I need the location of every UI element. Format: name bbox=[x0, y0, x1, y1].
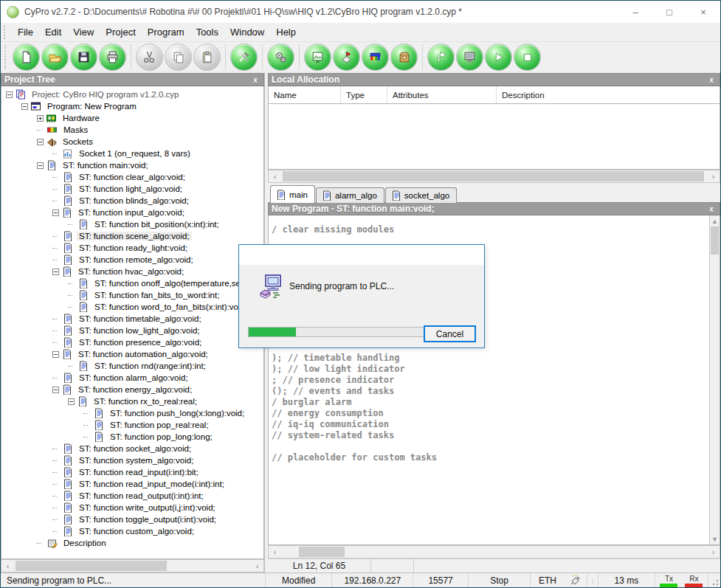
tree-node[interactable]: ST: function socket_algo:void; bbox=[1, 443, 263, 454]
tree-node[interactable]: ST: function word_to_fan_bits(x:int):voi… bbox=[1, 301, 263, 313]
tree-node[interactable]: Masks bbox=[1, 124, 263, 136]
menu-program[interactable]: Program bbox=[142, 24, 190, 40]
editor-close-icon[interactable]: x bbox=[706, 205, 717, 213]
start-button[interactable] bbox=[485, 44, 512, 71]
tree-node-label: ST: function main:void; bbox=[61, 161, 151, 170]
menu-window[interactable]: Window bbox=[224, 24, 270, 40]
tree-node[interactable]: ST: function rx_to_real:real; bbox=[1, 395, 263, 407]
editor-hscrollbar[interactable]: ‹ › bbox=[268, 545, 720, 558]
tree-hscrollbar[interactable]: ‹ › bbox=[1, 559, 264, 573]
menu-file[interactable]: File bbox=[12, 24, 39, 40]
scroll-right-icon[interactable]: › bbox=[707, 170, 720, 182]
collapse-icon[interactable] bbox=[68, 398, 75, 405]
scroll-left-icon[interactable]: ‹ bbox=[1, 560, 14, 572]
tree-node[interactable]: ST: function clear_algo:void; bbox=[1, 171, 263, 183]
tree-node[interactable]: ST: function pop_long:long; bbox=[1, 431, 263, 443]
tree-node[interactable]: Program: New Program bbox=[1, 100, 263, 112]
collapse-icon[interactable] bbox=[52, 210, 59, 216]
tools-button[interactable] bbox=[230, 44, 258, 71]
st-icon bbox=[61, 384, 72, 395]
tree-node[interactable]: ST: function fan_bits_to_word:int; bbox=[1, 289, 263, 301]
col-description[interactable]: Description bbox=[497, 86, 720, 103]
menu-project[interactable]: Project bbox=[100, 24, 141, 40]
collapse-icon[interactable] bbox=[37, 162, 44, 169]
local-allocation-close-icon[interactable]: x bbox=[706, 76, 717, 84]
tree-node[interactable]: Hardware bbox=[1, 112, 263, 124]
tree-node[interactable]: Description bbox=[1, 537, 263, 549]
scroll-down-icon[interactable]: ▼ bbox=[710, 533, 720, 544]
variables-button[interactable] bbox=[362, 44, 389, 71]
tree-node[interactable]: ST: function energy_algo:void; bbox=[1, 384, 263, 395]
scroll-left-icon[interactable]: ‹ bbox=[269, 170, 281, 182]
cancel-button[interactable]: Cancel bbox=[424, 325, 476, 342]
tree-node[interactable]: ST: function toggle_output(i:int):void; bbox=[1, 513, 263, 525]
menu-tools[interactable]: Tools bbox=[190, 24, 224, 40]
minimize-button[interactable]: – bbox=[618, 1, 652, 23]
menu-edit[interactable]: Edit bbox=[39, 24, 67, 40]
tree-node[interactable]: ST: function automation_algo:void; bbox=[1, 348, 263, 360]
allocation-hscrollbar[interactable]: ‹ › bbox=[268, 170, 720, 183]
col-type[interactable]: Type bbox=[341, 86, 387, 103]
tree-node[interactable]: ST: function blinds_algo:void; bbox=[1, 195, 263, 207]
scroll-up-icon[interactable]: ▲ bbox=[710, 215, 720, 226]
col-attributes[interactable]: Attributes bbox=[387, 86, 497, 103]
tree-node[interactable]: ST: function pop_real:real; bbox=[1, 419, 263, 431]
flag-button[interactable] bbox=[333, 44, 360, 71]
save-button[interactable] bbox=[70, 44, 97, 71]
tree-node[interactable]: ST: function system_algo:void; bbox=[1, 454, 263, 466]
tree-node[interactable]: Socket 1 (on_request, 8 vars) bbox=[1, 148, 263, 159]
editor-vscrollbar[interactable]: ▲ ▼ bbox=[709, 215, 720, 544]
tree-node[interactable]: ST: function presence_algo:void; bbox=[1, 336, 263, 348]
tree-node[interactable]: ST: function custom_algo:void; bbox=[1, 525, 263, 537]
archive-button[interactable] bbox=[390, 44, 418, 71]
tree-node[interactable]: ST: function ready_light:void; bbox=[1, 242, 263, 254]
new-file-button[interactable] bbox=[13, 44, 40, 71]
tab-socket_algo[interactable]: socket_algo bbox=[385, 187, 457, 203]
tree-node[interactable]: ST: function low_light_algo:void; bbox=[1, 325, 263, 336]
tree-node[interactable]: ST: function read_input(i:int):bit; bbox=[1, 466, 263, 478]
collapse-icon[interactable] bbox=[37, 139, 44, 145]
scroll-right-icon[interactable]: › bbox=[707, 546, 720, 558]
project-tree-close-icon[interactable]: x bbox=[250, 76, 261, 84]
tree-node[interactable]: Sockets bbox=[1, 136, 263, 148]
menu-help[interactable]: Help bbox=[270, 24, 302, 40]
tree-node[interactable]: ST: function remote_algo:void; bbox=[1, 254, 263, 266]
tree-node[interactable]: ST: function scene_algo:void; bbox=[1, 230, 263, 242]
close-button[interactable]: × bbox=[686, 1, 720, 23]
collapse-icon[interactable] bbox=[52, 269, 59, 275]
tree-node[interactable]: ST: function read_output(i:int):int; bbox=[1, 490, 263, 502]
tree-node[interactable]: ST: function main:void; bbox=[1, 159, 263, 171]
tree-node[interactable]: ST: function alarm_algo:void; bbox=[1, 372, 263, 384]
tree-node[interactable]: ST: function light_algo:void; bbox=[1, 183, 263, 195]
expand-icon[interactable] bbox=[37, 115, 44, 122]
tree-node[interactable]: ST: function input_algo:void; bbox=[1, 207, 263, 218]
collapse-icon[interactable] bbox=[52, 351, 59, 358]
print-button[interactable] bbox=[99, 44, 126, 71]
menu-view[interactable]: View bbox=[67, 24, 100, 40]
io-monitor-button[interactable] bbox=[304, 44, 331, 71]
collapse-icon[interactable] bbox=[21, 103, 28, 110]
scroll-right-icon[interactable]: › bbox=[251, 560, 263, 572]
resize-grip[interactable] bbox=[708, 573, 720, 588]
tree-node[interactable]: ST: function timetable_algo:void; bbox=[1, 313, 263, 325]
tree-node[interactable]: ST: function hvac_algo:void; bbox=[1, 266, 263, 277]
col-name[interactable]: Name bbox=[269, 86, 341, 103]
tab-alarm_algo[interactable]: alarm_algo bbox=[316, 187, 384, 203]
tree-node[interactable]: ST: function onoff_algo(temperature,setp… bbox=[1, 277, 263, 289]
tree-node[interactable]: Project: CyBro HIQ program v1.2.0.cyp bbox=[1, 89, 263, 100]
tree-node[interactable]: ST: function read_input_mode(i:int):int; bbox=[1, 478, 263, 490]
maximize-button[interactable]: □ bbox=[652, 1, 686, 23]
collapse-icon[interactable] bbox=[52, 387, 59, 393]
send-button[interactable] bbox=[427, 44, 455, 71]
tree-node[interactable]: ST: function rnd(range:int):int; bbox=[1, 360, 263, 372]
stop-button[interactable] bbox=[514, 44, 541, 71]
scroll-left-icon[interactable]: ‹ bbox=[269, 546, 281, 558]
monitor-button[interactable] bbox=[456, 44, 483, 71]
tree-node[interactable]: ST: function push_long(x:long):void; bbox=[1, 407, 263, 419]
tab-main[interactable]: main bbox=[270, 185, 315, 203]
tree-node[interactable]: ST: function bit_position(x:int):int; bbox=[1, 218, 263, 230]
open-folder-button[interactable] bbox=[41, 44, 69, 71]
tree-node[interactable]: ST: function write_output(i,j:int):void; bbox=[1, 502, 263, 513]
settings-button[interactable] bbox=[267, 44, 294, 71]
collapse-icon[interactable] bbox=[6, 91, 13, 98]
